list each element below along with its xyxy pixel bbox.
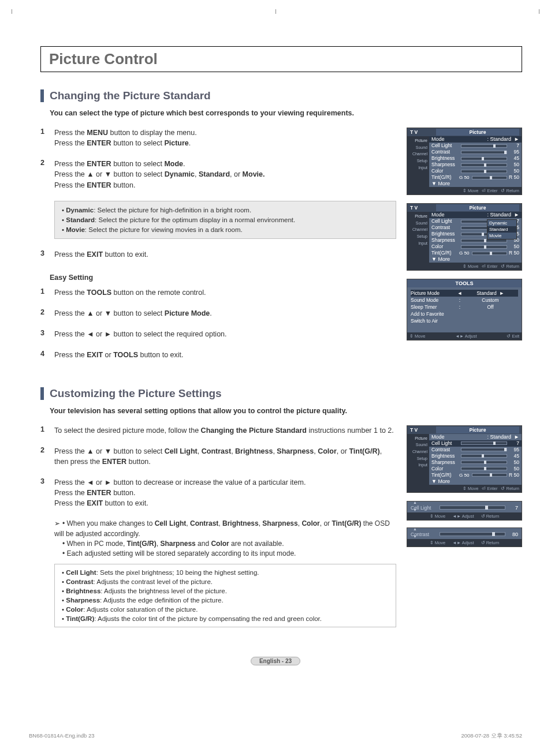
settings-description-box: • Cell Light: Sets the pixel brightness;… (54, 564, 396, 628)
section-intro: You can select the type of picture which… (50, 109, 522, 117)
osd-contrast-slider: ▲Contrast80▼⇕ Move◄► Adjust↺ Return (407, 527, 522, 547)
section-heading: Customizing the Picture Settings (40, 387, 522, 400)
print-footer: BN68-01814A-Eng.indb 23 2008-07-28 오후 3:… (29, 732, 522, 740)
main-title-box: Picture Control (40, 46, 522, 72)
main-title: Picture Control (49, 50, 158, 68)
osd-picture-menu-cell-light: T VPicture PictureSoundChannelSetupInput… (407, 425, 522, 493)
osd-picture-menu-dropdown: T VPicture PictureSoundChannelSetupInput… (407, 203, 522, 271)
easy-setting-heading: Easy Setting (50, 274, 396, 282)
page-number: English - 23 (29, 656, 522, 665)
osd-tools-menu: TOOLSPicture Mode◄Standard ►Sound Mode:C… (407, 279, 522, 340)
section-changing-picture-standard: Changing the Picture Standard You can se… (40, 89, 522, 371)
osd-cell-light-slider: ▲Cell Light7▼⇕ Move◄► Adjust↺ Return (407, 501, 522, 521)
osd-picture-menu: T VPicture PictureSoundChannelSetupInput… (407, 128, 522, 195)
notes: ➢• When you make changes to Cell Light, … (54, 519, 396, 559)
section-customizing-picture: Customizing the Picture Settings Your te… (40, 387, 522, 638)
section-heading: Changing the Picture Standard (40, 89, 522, 102)
section-intro: Your television has several setting opti… (50, 407, 522, 415)
mode-info-box: • Dynamic: Select the picture for high-d… (54, 201, 396, 239)
steps-list: 1Press the MENU button to display the me… (40, 128, 396, 190)
